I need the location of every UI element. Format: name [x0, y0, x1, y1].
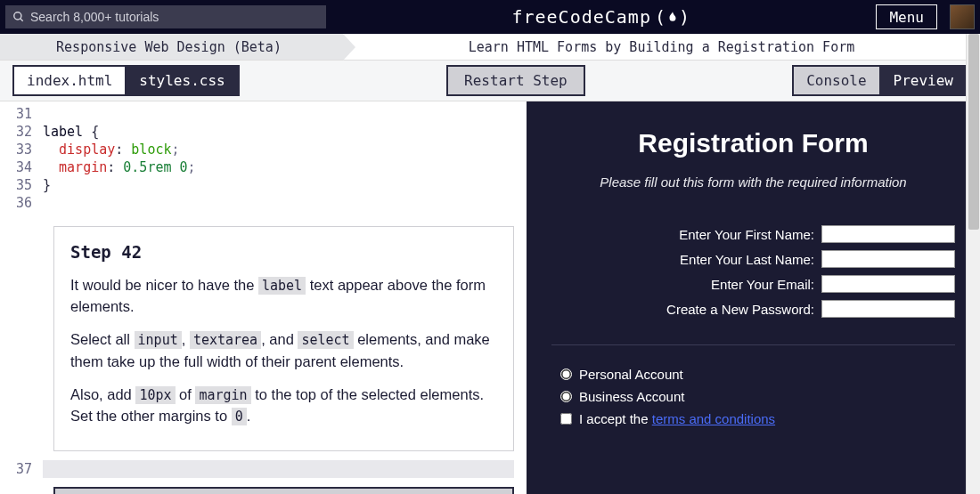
line-no: 33 [0, 141, 43, 158]
radio-business-input[interactable] [560, 391, 572, 402]
step-text: , [182, 331, 190, 347]
step-text: , and [261, 331, 298, 347]
first-name-input[interactable] [821, 225, 955, 243]
field-last-name: Enter Your Last Name: [551, 250, 955, 268]
field-email: Enter Your Email: [551, 275, 955, 293]
tab-styles-css[interactable]: styles.css [127, 65, 239, 96]
main-split: 31 32label { 33 display: block; 34 margi… [0, 101, 980, 494]
step-text: . [247, 408, 251, 424]
step-text: Also, add [70, 386, 135, 402]
code-chip-0: 0 [232, 408, 247, 425]
logo: freeCodeCamp () [333, 6, 869, 28]
menu-button[interactable]: Menu [876, 4, 937, 29]
step-text: of [176, 386, 196, 402]
code-chip-margin: margin [195, 386, 250, 404]
code-editor[interactable]: 31 32label { 33 display: block; 34 margi… [0, 101, 527, 212]
preview-heading: Registration Form [551, 128, 955, 158]
last-name-input[interactable] [821, 250, 955, 268]
search-input[interactable]: Search 8,000+ tutorials [5, 5, 326, 28]
svg-line-1 [20, 19, 23, 21]
line-no: 35 [0, 176, 43, 194]
step-text: It would be nicer to have the [70, 277, 258, 293]
view-tabs: Console Preview [792, 65, 968, 96]
tab-preview[interactable]: Preview [881, 65, 968, 96]
preview-subheading: Please fill out this form with the requi… [551, 174, 955, 190]
editor-pane: 31 32label { 33 display: block; 34 margi… [0, 101, 527, 494]
field-label: Enter Your Last Name: [680, 252, 814, 267]
breadcrumb: Responsive Web Design (Beta) Learn HTML … [0, 34, 980, 61]
search-icon [12, 11, 25, 23]
line-no: 34 [0, 158, 43, 176]
toolbar: index.html styles.css Restart Step Conso… [0, 61, 980, 101]
flame-icon: () [655, 6, 690, 28]
avatar[interactable] [950, 4, 975, 29]
check-code-button[interactable]: Check Your Code (Ctrl + Enter) [53, 487, 514, 494]
line-no: 36 [0, 194, 43, 212]
code-chip-textarea: textarea [190, 331, 261, 349]
accept-text: I accept the [579, 411, 652, 426]
line-no: 32 [0, 123, 43, 141]
breadcrumb-course[interactable]: Responsive Web Design (Beta) [0, 34, 343, 60]
field-label: Enter Your First Name: [679, 227, 814, 242]
code-chip-select: select [298, 331, 353, 349]
line-no: 37 [0, 461, 43, 477]
terms-checkbox[interactable] [560, 413, 572, 425]
tab-console[interactable]: Console [792, 65, 880, 96]
code-chip-input: input [135, 331, 182, 349]
code-chip-10px: 10px [135, 386, 175, 404]
radio-label: Business Account [579, 389, 684, 404]
page-scrollbar[interactable] [966, 34, 980, 494]
preview-pane: Registration Form Please fill out this f… [527, 101, 980, 494]
top-nav: Search 8,000+ tutorials freeCodeCamp () … [0, 0, 980, 34]
code-chip-label: label [258, 277, 306, 295]
step-text: Select all [70, 331, 135, 347]
field-first-name: Enter Your First Name: [551, 225, 955, 243]
field-password: Create a New Password: [551, 300, 955, 318]
step-title: Step 42 [70, 239, 497, 265]
password-input[interactable] [821, 300, 955, 318]
line-no: 31 [0, 105, 43, 123]
svg-point-0 [14, 12, 21, 20]
divider [551, 344, 955, 345]
search-placeholder: Search 8,000+ tutorials [30, 10, 159, 24]
radio-personal[interactable]: Personal Account [551, 367, 955, 382]
editable-line[interactable]: 37 [0, 460, 527, 478]
logo-text: freeCodeCamp [511, 6, 651, 28]
restart-step-button[interactable]: Restart Step [446, 65, 585, 96]
breadcrumb-lesson: Learn HTML Forms by Building a Registrat… [343, 34, 980, 60]
field-label: Create a New Password: [666, 302, 814, 317]
radio-personal-input[interactable] [560, 368, 572, 380]
radio-business[interactable]: Business Account [551, 389, 955, 404]
scrollbar-thumb[interactable] [968, 34, 979, 230]
instruction-card: Step 42 It would be nicer to have the la… [53, 226, 514, 451]
terms-link[interactable]: terms and conditions [652, 411, 775, 426]
email-input[interactable] [821, 275, 955, 293]
terms-checkbox-row[interactable]: I accept the terms and conditions [551, 411, 955, 426]
field-label: Enter Your Email: [711, 277, 814, 292]
tab-index-html[interactable]: index.html [12, 65, 127, 96]
file-tabs: index.html styles.css [12, 65, 240, 96]
code-input[interactable] [43, 460, 514, 478]
radio-label: Personal Account [579, 367, 683, 382]
